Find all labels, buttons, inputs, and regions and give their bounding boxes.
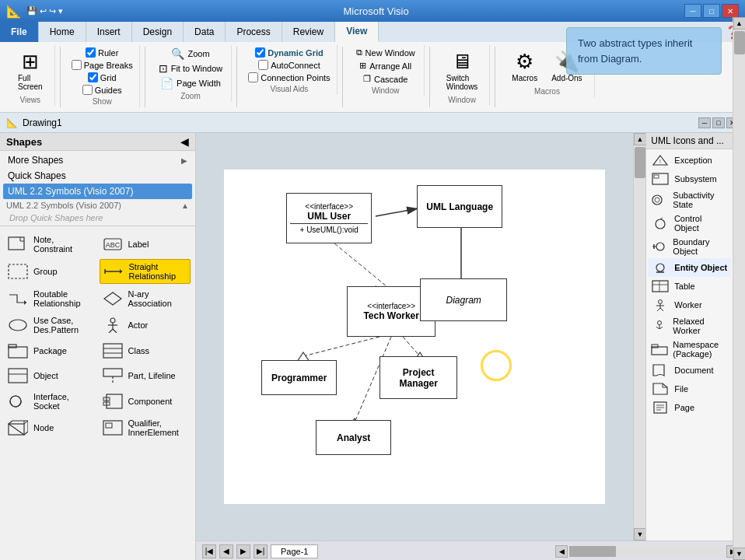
- tab-insert[interactable]: Insert: [86, 22, 132, 42]
- scroll-up-btn[interactable]: ▲: [634, 133, 646, 145]
- right-shape-subactivity[interactable]: Subactivity State: [648, 188, 731, 212]
- right-shape-worker[interactable]: Worker: [648, 296, 731, 314]
- page-breaks-checkbox-label[interactable]: Page Breaks: [72, 59, 133, 71]
- svg-rect-17: [103, 344, 122, 358]
- h-scroll-thumb[interactable]: [569, 546, 616, 557]
- shape-package[interactable]: Package: [5, 340, 96, 362]
- uml-section-active[interactable]: UML 2.2 Symbols (Visio 2007): [3, 184, 192, 199]
- drawing-maximize-btn[interactable]: □: [712, 117, 725, 128]
- autoconnect-checkbox-label[interactable]: AutoConnect: [258, 59, 320, 71]
- drawing-minimize-btn[interactable]: ─: [698, 117, 711, 128]
- last-page-btn[interactable]: ▶|: [254, 544, 268, 558]
- uml-language-box[interactable]: UML Language: [417, 185, 502, 228]
- shape-object[interactable]: Object: [5, 365, 96, 387]
- interface-socket-icon: [7, 393, 29, 410]
- canvas-v-scrollbar[interactable]: ▲ ▼: [633, 133, 645, 541]
- add-ons-button[interactable]: 🔌 Add-Ons: [546, 47, 587, 86]
- grid-checkbox[interactable]: [88, 72, 98, 82]
- shape-straight-relationship[interactable]: Straight Relationship: [100, 259, 191, 284]
- ruler-checkbox-label[interactable]: Ruler: [86, 47, 118, 58]
- right-shape-namespace[interactable]: Namespace (Package): [648, 338, 731, 361]
- right-shape-file[interactable]: File: [648, 380, 731, 398]
- more-shapes-nav-item[interactable]: More Shapes ▶: [3, 152, 192, 168]
- uml-user-box[interactable]: <<interface>> UML User + UseUML():void: [286, 193, 372, 243]
- right-panel-v-scrollbar[interactable]: ▲ ▼: [733, 17, 745, 560]
- next-page-btn[interactable]: ▶: [236, 544, 250, 558]
- right-shape-exception[interactable]: ! Exception: [648, 151, 731, 170]
- programmer-box[interactable]: Programmer: [261, 360, 337, 395]
- close-button[interactable]: ✕: [722, 4, 739, 18]
- shape-label[interactable]: ABC Label: [100, 233, 191, 256]
- shape-interface-socket[interactable]: Interface, Socket: [5, 390, 96, 413]
- page-tab-1[interactable]: Page-1: [271, 544, 318, 558]
- minimize-button[interactable]: ─: [684, 4, 701, 18]
- tab-file[interactable]: File: [0, 22, 39, 42]
- shape-routable-relationship[interactable]: Routable Relationship: [5, 287, 96, 310]
- right-shape-page[interactable]: Page: [648, 398, 731, 417]
- ruler-checkbox[interactable]: [86, 47, 96, 58]
- cascade-button[interactable]: ❐ Cascade: [361, 73, 410, 85]
- guides-checkbox[interactable]: [82, 85, 93, 95]
- fit-to-window-button[interactable]: ⊡ Fit to Window: [156, 61, 226, 75]
- tab-data[interactable]: Data: [184, 22, 226, 42]
- tab-design[interactable]: Design: [132, 22, 184, 42]
- straight-relationship-icon: [103, 263, 124, 280]
- grid-checkbox-label[interactable]: Grid: [88, 72, 117, 83]
- canvas[interactable]: <<interface>> UML User + UseUML():void U…: [224, 170, 605, 504]
- autoconnect-checkbox[interactable]: [258, 60, 268, 70]
- shape-n-ary-association[interactable]: N-ary Association: [100, 287, 191, 310]
- shape-component[interactable]: Component: [100, 390, 191, 413]
- window-controls: ─ □ ✕: [684, 4, 739, 18]
- connection-points-checkbox-label[interactable]: Connection Points: [248, 72, 330, 83]
- shape-qualifier[interactable]: Qualifier, InnerElement: [100, 416, 191, 439]
- right-shape-entity-object[interactable]: Entity Object: [648, 258, 731, 277]
- h-scroll-left-btn[interactable]: ◀: [555, 545, 568, 558]
- tab-review[interactable]: Review: [282, 22, 335, 42]
- shape-actor[interactable]: Actor: [100, 313, 191, 337]
- new-window-button[interactable]: ⧉ New Window: [354, 47, 418, 58]
- canvas-area[interactable]: <<interface>> UML User + UseUML():void U…: [196, 133, 633, 541]
- right-scroll-thumb[interactable]: [734, 31, 745, 54]
- tab-view[interactable]: View: [335, 22, 379, 42]
- macros-button[interactable]: ⚙ Macros: [506, 47, 543, 86]
- scroll-thumb[interactable]: [635, 147, 645, 178]
- tab-process[interactable]: Process: [226, 22, 282, 42]
- straight-relationship-label: Straight Relationship: [129, 262, 188, 281]
- right-shape-control-object[interactable]: Control Object: [648, 212, 731, 235]
- right-shape-subsystem[interactable]: Subsystem: [648, 170, 731, 188]
- project-manager-box[interactable]: Project Manager: [379, 356, 457, 399]
- page-breaks-checkbox[interactable]: [72, 60, 82, 70]
- shape-note-constraint[interactable]: Note, Constraint: [5, 233, 96, 256]
- scroll-down-btn[interactable]: ▼: [634, 528, 646, 541]
- right-shape-boundary-object[interactable]: Boundary Object: [648, 235, 731, 258]
- guides-checkbox-label[interactable]: Guides: [82, 84, 122, 96]
- shape-part-lifeline[interactable]: Part, Lifeline: [100, 365, 191, 387]
- panel-collapse-icon[interactable]: ◀: [180, 135, 189, 148]
- right-scroll-down-btn[interactable]: ▼: [733, 548, 746, 560]
- connection-points-checkbox[interactable]: [248, 72, 258, 82]
- first-page-btn[interactable]: |◀: [202, 544, 216, 558]
- analyst-box[interactable]: Analyst: [316, 420, 391, 455]
- shapes-panel-title: Shapes: [6, 136, 42, 148]
- dynamic-grid-checkbox[interactable]: [255, 47, 265, 58]
- diagram-box[interactable]: Diagram: [420, 278, 507, 321]
- shape-use-case[interactable]: Use Case, Des.Pattern: [5, 313, 96, 337]
- quick-shapes-nav-item[interactable]: Quick Shapes: [3, 168, 192, 184]
- tab-home[interactable]: Home: [39, 22, 86, 42]
- shape-group[interactable]: Group: [5, 259, 96, 284]
- shape-node[interactable]: Node: [5, 416, 96, 439]
- maximize-button[interactable]: □: [703, 4, 720, 18]
- right-shape-relaxed-worker[interactable]: Relaxed Worker: [648, 314, 731, 338]
- dynamic-grid-checkbox-label[interactable]: Dynamic Grid: [255, 47, 324, 58]
- right-shape-table[interactable]: Table: [648, 277, 731, 296]
- arrange-all-button[interactable]: ⊞ Arrange All: [357, 60, 414, 72]
- right-scroll-up-btn[interactable]: ▲: [733, 17, 746, 30]
- svg-line-14: [113, 329, 117, 333]
- full-screen-button[interactable]: ⊞ FullScreen: [12, 47, 48, 94]
- switch-windows-button[interactable]: 🖥 SwitchWindows: [441, 47, 484, 94]
- zoom-button[interactable]: 🔍 Zoom: [169, 47, 212, 61]
- prev-page-btn[interactable]: ◀: [219, 544, 233, 558]
- right-shape-document[interactable]: Document: [648, 361, 731, 380]
- shape-class[interactable]: Class: [100, 340, 191, 362]
- page-width-button[interactable]: 📄 Page Width: [158, 76, 223, 90]
